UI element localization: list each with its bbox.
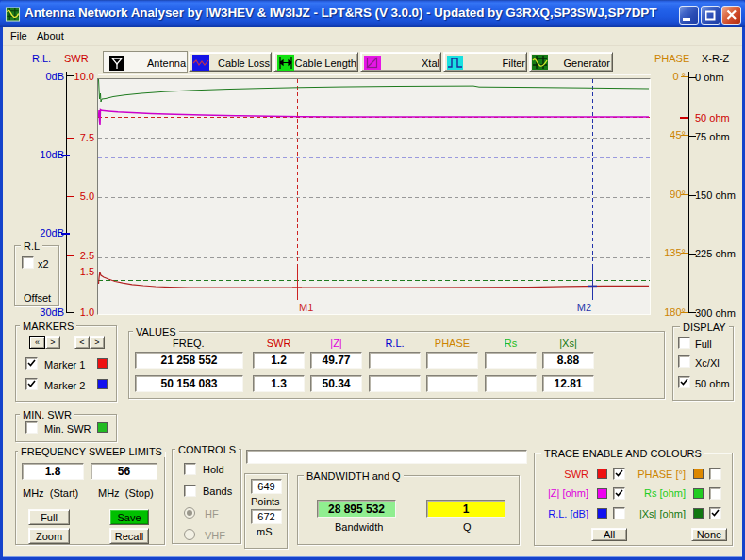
- svg-text:M1: M1: [299, 302, 313, 313]
- svg-text:M2: M2: [577, 302, 591, 313]
